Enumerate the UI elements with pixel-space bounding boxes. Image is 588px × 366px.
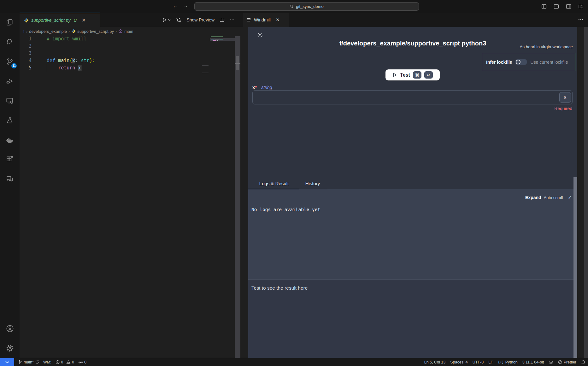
variable-picker-button[interactable]: $ bbox=[559, 92, 571, 103]
required-message: Required bbox=[554, 106, 572, 111]
command-center-search[interactable]: git_sync_demo bbox=[194, 2, 419, 11]
broadcast-icon bbox=[78, 360, 83, 364]
ports-item[interactable]: 0 bbox=[78, 360, 86, 364]
problems-item[interactable]: 0 0 bbox=[56, 360, 74, 364]
testing-icon[interactable] bbox=[0, 110, 20, 130]
braces-icon: {•} bbox=[498, 360, 504, 364]
source-control-icon[interactable]: 11 bbox=[0, 52, 20, 71]
tab-close-icon[interactable]: ✕ bbox=[82, 17, 86, 23]
tab-history[interactable]: History bbox=[300, 177, 326, 189]
forward-arrow-icon[interactable]: → bbox=[181, 2, 190, 10]
windmill-icon bbox=[247, 18, 251, 22]
copilot-icon[interactable] bbox=[549, 360, 553, 364]
code-line-1: 1 # import wmill bbox=[20, 35, 240, 43]
breadcrumb-file[interactable]: supportive_script.py bbox=[77, 29, 114, 34]
test-button[interactable]: Test ⌘ ↵ bbox=[385, 69, 440, 80]
more-actions-icon[interactable] bbox=[230, 17, 235, 22]
tab-title: Windmill bbox=[254, 17, 271, 22]
docker-icon[interactable] bbox=[0, 130, 20, 150]
search-value: git_sync_demo bbox=[296, 4, 323, 9]
webview-scrollbar[interactable] bbox=[573, 177, 577, 358]
branch-icon bbox=[18, 360, 22, 364]
split-editor-icon[interactable] bbox=[220, 17, 225, 22]
windmill-status-item[interactable]: WM: bbox=[43, 360, 51, 364]
open-changes-icon[interactable] bbox=[176, 17, 181, 23]
indentation-item[interactable]: Spaces: 4 bbox=[450, 360, 468, 364]
status-bar: >< main* WM: 0 0 0 Ln 5, Col 13 Spaces: … bbox=[0, 358, 588, 366]
warning-icon bbox=[66, 360, 71, 364]
cursor-position-item[interactable]: Ln 5, Col 13 bbox=[424, 360, 445, 364]
eol-item[interactable]: LF bbox=[488, 360, 493, 364]
error-icon bbox=[56, 360, 60, 364]
python-file-icon bbox=[71, 29, 76, 33]
minimap[interactable] bbox=[210, 35, 235, 358]
title-bar: ← → git_sync_demo bbox=[0, 0, 588, 13]
windmill-webview: f/developers_example/supportive_script p… bbox=[248, 27, 577, 358]
result-tab-list: Logs & Result History bbox=[248, 177, 577, 189]
tab-close-icon[interactable]: ✕ bbox=[276, 17, 280, 23]
indent-guide bbox=[47, 64, 47, 72]
back-arrow-icon[interactable]: ← bbox=[171, 2, 179, 10]
toggle-secondary-sidebar-icon[interactable] bbox=[564, 2, 573, 10]
cmd-key-badge: ⌘ bbox=[413, 71, 421, 79]
logs-area: Expand Auto scroll ✓ No logs are availab… bbox=[248, 189, 577, 279]
language-mode-item[interactable]: {•} Python bbox=[498, 360, 518, 364]
lockfile-toggle[interactable] bbox=[515, 59, 527, 65]
theme-toggle-sun-icon[interactable] bbox=[257, 32, 263, 38]
tab-supportive-script[interactable]: supportive_script.py U ✕ bbox=[20, 13, 100, 27]
breadcrumb: f › developers_example › supportive_scri… bbox=[20, 27, 240, 35]
python-version-item[interactable]: 3.11.1 64-bit bbox=[522, 360, 544, 364]
x-input[interactable] bbox=[252, 90, 573, 104]
breadcrumb-folder[interactable]: developers_example bbox=[29, 29, 67, 34]
search-icon bbox=[290, 4, 294, 9]
use-current-lockfile-label: Use current lockfile bbox=[530, 60, 568, 65]
result-area: Test to see the result here bbox=[248, 279, 577, 358]
run-debug-icon[interactable] bbox=[0, 71, 20, 91]
code-line-3: 3 bbox=[20, 50, 240, 57]
result-placeholder: Test to see the result here bbox=[251, 285, 308, 291]
run-python-file-button[interactable] bbox=[162, 17, 171, 22]
source-control-badge: 11 bbox=[11, 63, 17, 68]
explorer-icon[interactable] bbox=[0, 13, 20, 32]
infer-lockfile-label: Infer lockfile bbox=[486, 60, 512, 65]
toggle-panel-icon[interactable] bbox=[552, 2, 560, 10]
panel-tab-bar: Windmill ✕ bbox=[240, 13, 588, 27]
breadcrumb-symbol[interactable]: main bbox=[124, 29, 133, 34]
account-icon[interactable] bbox=[0, 319, 20, 338]
customize-layout-icon[interactable] bbox=[577, 2, 585, 10]
symbol-method-icon bbox=[118, 29, 123, 33]
notifications-bell-icon[interactable] bbox=[581, 360, 585, 364]
panel-more-actions-icon[interactable] bbox=[578, 17, 584, 22]
code-editor[interactable]: 1 # import wmill 2 3 4 def main(x: str):… bbox=[20, 35, 240, 358]
editor-tab-bar: supportive_script.py U ✕ Show Preview bbox=[20, 13, 240, 27]
auto-scroll-label[interactable]: Auto scroll bbox=[544, 195, 563, 200]
extensions-icon[interactable] bbox=[0, 150, 20, 169]
toggle-sidebar-icon[interactable] bbox=[540, 2, 548, 10]
activity-bar: 11 bbox=[0, 13, 20, 358]
show-preview-button[interactable]: Show Preview bbox=[186, 17, 215, 22]
git-branch-item[interactable]: main* bbox=[18, 360, 39, 364]
comments-icon[interactable] bbox=[0, 169, 20, 189]
lockfile-options-box: Infer lockfile Use current lockfile bbox=[482, 53, 575, 71]
auto-scroll-check-icon[interactable]: ✓ bbox=[568, 195, 572, 200]
remote-indicator[interactable]: >< bbox=[0, 358, 14, 366]
prettier-item[interactable]: Prettier bbox=[558, 360, 576, 364]
enter-key-badge: ↵ bbox=[424, 71, 433, 79]
tab-untracked-badge: U bbox=[74, 18, 77, 23]
play-icon bbox=[392, 73, 397, 77]
field-label: x* string bbox=[252, 85, 272, 90]
tab-windmill[interactable]: Windmill ✕ bbox=[243, 13, 289, 27]
code-line-4: 4 def main(x: str): bbox=[20, 57, 240, 64]
sync-icon bbox=[35, 360, 39, 364]
tab-filename: supportive_script.py bbox=[31, 18, 71, 23]
search-view-icon[interactable] bbox=[0, 32, 20, 52]
workspace-context: As henri in virgin-workspace bbox=[520, 44, 573, 49]
settings-gear-icon[interactable] bbox=[0, 338, 20, 358]
breadcrumb-root[interactable]: f bbox=[23, 29, 25, 34]
remote-explorer-icon[interactable] bbox=[0, 91, 20, 110]
disabled-slash-icon bbox=[558, 360, 562, 364]
expand-button[interactable]: Expand bbox=[525, 195, 541, 200]
tab-logs-result[interactable]: Logs & Result bbox=[248, 177, 300, 189]
editor-scrollbar[interactable] bbox=[235, 36, 240, 358]
encoding-item[interactable]: UTF-8 bbox=[473, 360, 484, 364]
